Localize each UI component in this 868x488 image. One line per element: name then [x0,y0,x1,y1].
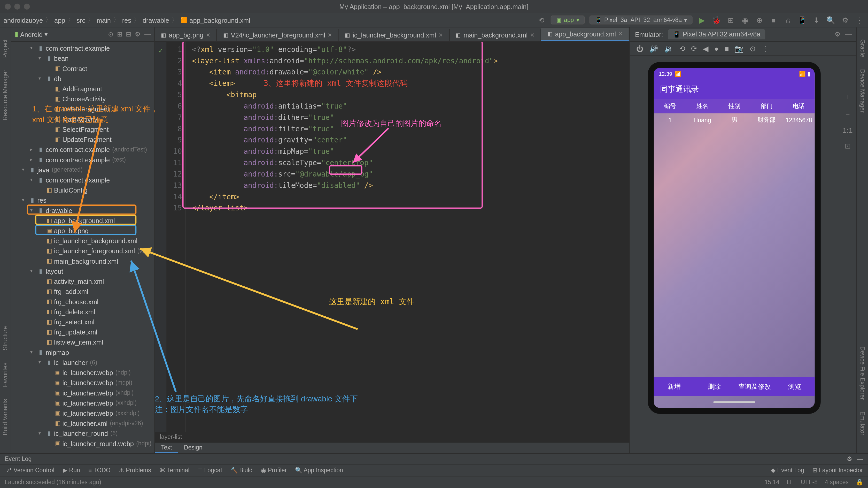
tree-item[interactable]: ◧listview_item.xml [11,337,154,347]
tree-item[interactable]: ▣ic_launcher.webp(xxhdpi) [11,398,154,408]
scroll-from-source-icon[interactable]: ⊙ [108,30,114,38]
run-button[interactable]: ▶ Run [63,467,80,473]
encoding[interactable]: UTF-8 [801,479,817,485]
terminal-button[interactable]: ⌘ Terminal [159,467,189,473]
tree-item[interactable]: ◧frg_add.xml [11,286,154,296]
device-manager-button[interactable]: Device Manager [859,69,866,113]
code-area[interactable]: ✓ 123456789101112131415 <?xml version="1… [155,41,629,432]
phone-table-row[interactable]: 1Huang男财务部12345678 [654,113,815,126]
tree-item[interactable]: ◧ic_launcher_background.xml [11,235,154,246]
profile-icon[interactable]: ◉ [740,15,750,25]
screenshot-icon[interactable]: 📷 [735,45,744,53]
phone-nav-indicator[interactable] [654,396,815,408]
event-log-button[interactable]: ◆ Event Log [771,467,804,473]
tree-item[interactable]: ◧frg_delete.xml [11,307,154,317]
tree-item[interactable]: ▾▮com.contract.example [11,43,154,53]
logcat-button[interactable]: ≣ Logcat [198,467,222,473]
settings-icon[interactable]: ⚙ [840,15,850,25]
tree-item[interactable]: ◧MainActivity [11,114,154,124]
tree-item[interactable]: ◧DeleteFragment [11,104,154,114]
tree-item[interactable]: ◧frg_update.xml [11,327,154,337]
tab-text[interactable]: Text [155,443,178,453]
indent[interactable]: 4 spaces [825,479,848,485]
tree-item[interactable]: ◧frg_select.xml [11,317,154,327]
tree-item[interactable]: ▾▮com.contract.example [11,175,154,185]
close-icon[interactable]: ✕ [618,31,623,37]
hide-icon[interactable]: — [145,30,151,38]
gear-icon[interactable]: ⚙ [847,456,852,462]
expand-icon[interactable]: ⊞ [117,30,122,38]
gradle-button[interactable]: Gradle [859,39,866,57]
tree-item[interactable]: ▾▮db [11,74,154,84]
device-file-explorer-button[interactable]: Device File Explorer [859,346,866,399]
tree-item[interactable]: ▣ic_launcher_round.webp(hdpi) [11,438,154,449]
rotate-left-icon[interactable]: ⟲ [679,45,685,53]
phone-button[interactable]: 新增 [654,377,694,396]
collapse-icon[interactable]: ⊟ [126,30,131,38]
stop-icon[interactable]: ■ [769,15,778,25]
close-icon[interactable]: ✕ [206,32,211,38]
run-config-selector[interactable]: ▣ app ▾ [551,16,585,25]
zoom-out-icon[interactable]: － [844,109,851,119]
tree-item[interactable]: ◧app_background.xml [11,215,154,225]
phone-button[interactable]: 删除 [694,377,735,396]
build-variants-button[interactable]: Build Variants [2,399,8,435]
sdk-icon[interactable]: ⬇ [812,15,821,25]
tree-item[interactable]: ◧main_background.xml [11,256,154,266]
zoom-in-icon[interactable]: ＋ [844,92,851,102]
tree-item[interactable]: ◧UpdateFragment [11,134,154,144]
phone-button[interactable]: 查询及修改 [735,377,775,396]
code-breadcrumb[interactable]: layer-list [155,432,629,442]
editor-tab[interactable]: ◧app_background.xml✕ [541,28,630,41]
avd-icon[interactable]: 📱 [798,15,807,25]
project-tree[interactable]: ▾▮com.contract.example▾▮bean◧Contract▾▮d… [11,41,154,453]
device-selector[interactable]: 📱 Pixel_3a_API_32_arm64-v8a ▾ [589,16,692,25]
tree-item[interactable]: ◧BuildConfig [11,185,154,195]
sync-icon[interactable]: ⟲ [536,15,546,25]
device-tab[interactable]: 📱 Pixel 3a API 32 arm64-v8a [668,29,765,39]
window-controls[interactable] [5,4,30,9]
editor-tab[interactable]: ◧app_bg.png✕ [155,29,217,41]
line-ending[interactable]: LF [786,479,794,485]
cursor-position[interactable]: 15:14 [765,479,780,485]
tree-item[interactable]: ◧ic_launcher.xml(anydpi-v26) [11,418,154,428]
phone-button[interactable]: 浏览 [775,377,815,396]
tree-item[interactable]: ▾▮layout [11,266,154,276]
power-icon[interactable]: ⏻ [636,45,644,53]
record-icon[interactable]: ⊙ [750,45,755,53]
tab-design[interactable]: Design [178,443,209,453]
rotate-right-icon[interactable]: ⟳ [691,45,697,53]
tree-item[interactable]: ▸▮com.contract.example(androidTest) [11,144,154,154]
tree-item[interactable]: ▣ic_launcher.webp(xxxhdpi) [11,408,154,418]
tree-item[interactable]: ◧activity_main.xml [11,276,154,286]
zoom-actual-icon[interactable]: ⊡ [845,142,851,150]
run-icon[interactable]: ▶ [697,15,707,25]
tree-item[interactable]: ◧ChooseActivity [11,93,154,104]
structure-button[interactable]: Structure [2,326,8,351]
project-view-selector[interactable]: Android [20,31,43,38]
version-control-button[interactable]: ⎇ Version Control [5,467,54,473]
git-icon[interactable]: ⎌ [783,15,793,25]
emulator-button[interactable]: Emulator [859,411,866,435]
volume-down-icon[interactable]: 🔉 [664,45,673,53]
close-icon[interactable]: ✕ [328,32,332,38]
code-content[interactable]: <?xml version="1.0" encoding="utf-8"?> <… [186,41,629,432]
problems-button[interactable]: ⚠ Problems [119,467,151,473]
tree-item[interactable]: ▾▮ic_launcher(6) [11,357,154,367]
overview-icon[interactable]: ■ [724,45,729,53]
resource-manager-button[interactable]: Resource Manager [2,70,8,120]
tree-item[interactable]: ▾▮drawable [11,205,154,215]
profiler-button[interactable]: ◉ Profiler [261,467,287,473]
app-inspection-button[interactable]: 🔍 App Inspection [295,467,343,473]
more-icon[interactable]: ⋮ [855,15,864,25]
todo-button[interactable]: ≡ TODO [88,467,111,473]
gear-icon[interactable]: ⚙ [135,30,141,38]
volume-up-icon[interactable]: 🔊 [649,45,658,53]
tree-item[interactable]: ◧Contract [11,63,154,74]
tree-item[interactable]: ▣ic_launcher.webp(mdpi) [11,377,154,387]
phone-screen[interactable]: 12:39📶 📶 ▮ 同事通讯录 编号姓名性别部门电话 1Huang男财务部12… [654,68,815,408]
tree-item[interactable]: ◧ic_launcher_foreground.xml(v24) [11,246,154,256]
tree-item[interactable]: ▾▮bean [11,53,154,63]
more-icon[interactable]: ⋮ [762,45,769,53]
coverage-icon[interactable]: ⊞ [726,15,736,25]
